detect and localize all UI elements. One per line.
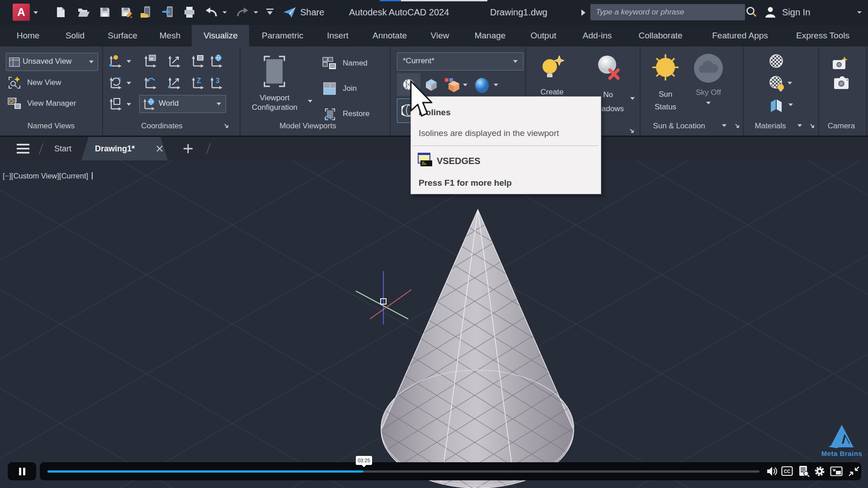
materials-editor-icon[interactable] (769, 75, 785, 92)
ucs-icon[interactable] (108, 97, 123, 112)
ucs-named-caret-icon[interactable] (127, 60, 131, 65)
picture-in-picture-icon[interactable] (830, 466, 843, 476)
pause-button[interactable] (8, 462, 36, 480)
ucs-world-dropdown[interactable]: World (139, 95, 226, 113)
tab-view[interactable]: View (431, 25, 449, 47)
shaded-style-caret-icon[interactable] (463, 84, 467, 89)
ucs-rotate-x-icon[interactable]: x (108, 76, 123, 90)
new-tab-icon[interactable] (183, 143, 193, 154)
materials-panel-label[interactable]: Materials (755, 120, 786, 132)
lights-expand-icon[interactable] (629, 128, 635, 134)
save-as-icon[interactable] (120, 6, 134, 19)
tab-mesh[interactable]: Mesh (160, 25, 180, 47)
ucs-world-origin-icon[interactable] (167, 54, 181, 69)
create-camera-icon[interactable] (831, 55, 851, 71)
search-input[interactable]: Type a keyword or phrase (590, 4, 745, 20)
save-icon[interactable] (99, 6, 111, 19)
ucs-viewport-icon[interactable] (143, 54, 157, 69)
tab-addins[interactable]: Add-ins (583, 25, 612, 47)
ucs-list-icon[interactable] (190, 54, 205, 69)
sign-in-button[interactable]: Sign In (782, 0, 810, 25)
plot-icon[interactable] (183, 6, 196, 19)
tab-collaborate[interactable]: Collaborate (638, 25, 682, 47)
autocad-logo[interactable]: A (13, 4, 30, 21)
ucs-world-icon[interactable] (209, 54, 223, 69)
named-views-panel-label[interactable]: Named Views (28, 120, 75, 132)
camera-icon[interactable] (833, 75, 851, 91)
tab-output[interactable]: Output (530, 25, 556, 47)
visual-style-dropdown[interactable]: *Current* (397, 52, 524, 70)
model-viewports-panel-label[interactable]: Model Viewports (279, 120, 336, 132)
view-manager-button[interactable]: View Manager (6, 95, 96, 112)
3d-cone-object[interactable] (0, 160, 868, 488)
ucs-rotate-caret-icon[interactable] (127, 82, 131, 87)
logo-caret-icon[interactable] (33, 11, 38, 16)
realistic-style-caret-icon[interactable] (494, 84, 498, 89)
active-document-tab-label[interactable]: Drawing1* (95, 137, 135, 160)
tab-parametric[interactable]: Parametric (262, 25, 303, 47)
open-from-web-mobile-icon[interactable] (140, 5, 152, 19)
join-viewports-button[interactable]: Join (322, 82, 385, 98)
customize-quick-access-icon[interactable] (265, 8, 275, 16)
tab-visualize[interactable]: Visualize (203, 25, 238, 47)
progress-bar-played[interactable] (47, 470, 363, 473)
tab-express-tools[interactable]: Express Tools (796, 25, 849, 47)
closed-captions-icon[interactable]: CC (781, 466, 793, 477)
coordinates-expand-icon[interactable] (223, 123, 230, 129)
tab-surface[interactable]: Surface (108, 25, 137, 47)
search-icon[interactable] (745, 6, 758, 19)
world-dropdown-value: World (159, 99, 179, 108)
ucs-3point-icon[interactable]: 3 (209, 76, 223, 90)
view-dropdown[interactable]: Unsaved View (6, 53, 98, 71)
viewport-configuration-button[interactable]: Viewport Configuration (246, 51, 303, 128)
no-shadows-caret-icon[interactable] (630, 97, 635, 102)
new-view-button[interactable]: New View (6, 75, 96, 91)
share-icon[interactable] (283, 6, 297, 19)
sun-location-panel-label[interactable]: Sun & Location (653, 120, 705, 132)
tab-featured-apps[interactable]: Featured Apps (712, 25, 768, 47)
redo-icon[interactable] (236, 6, 250, 18)
named-viewports-button[interactable]: Named (322, 56, 385, 73)
tab-annotate[interactable]: Annotate (373, 25, 407, 47)
settings-gear-icon[interactable] (814, 465, 826, 477)
tab-insert[interactable]: Insert (327, 25, 349, 47)
ucs-named-icon[interactable] (108, 54, 123, 69)
drawing-viewport[interactable]: [−][Custom View][Current] (0, 160, 868, 488)
close-tab-icon[interactable] (156, 145, 163, 152)
share-label[interactable]: Share (300, 0, 324, 25)
tab-home[interactable]: Home (17, 25, 40, 47)
ucs-object-icon[interactable] (167, 76, 181, 90)
shaded-style-icon[interactable] (444, 77, 460, 93)
exit-fullscreen-icon[interactable] (848, 466, 860, 477)
start-tab[interactable]: Start (54, 137, 71, 160)
materials-editor-caret-icon[interactable] (788, 82, 792, 87)
transcript-search-icon[interactable] (798, 465, 810, 477)
materials-browser-icon[interactable] (769, 54, 783, 68)
material-mapping-icon[interactable] (769, 99, 783, 113)
undo-icon[interactable] (204, 6, 218, 18)
ucs-previous-icon[interactable] (143, 76, 157, 90)
tab-manage[interactable]: Manage (475, 25, 506, 47)
ucs-caret-icon[interactable] (127, 103, 131, 108)
menu-icon[interactable] (16, 143, 30, 155)
realistic-style-icon[interactable] (474, 77, 490, 94)
redo-caret-icon[interactable] (254, 11, 258, 16)
ucs-z-axis-icon[interactable]: Z (190, 76, 205, 90)
user-icon[interactable] (764, 5, 777, 19)
tab-solid[interactable]: Solid (66, 25, 85, 47)
volume-icon[interactable] (766, 466, 778, 477)
new-file-icon[interactable] (54, 6, 67, 19)
save-to-web-mobile-icon[interactable] (161, 5, 174, 19)
sign-in-caret-icon[interactable] (857, 11, 862, 16)
coordinates-panel-label[interactable]: Coordinates (141, 120, 183, 132)
open-file-icon[interactable] (77, 6, 90, 19)
sun-location-caret-icon[interactable] (722, 124, 726, 129)
materials-expand-icon[interactable] (809, 123, 816, 129)
progress-bar-track[interactable] (363, 470, 760, 473)
search-expand-icon[interactable] (580, 9, 586, 16)
sun-location-expand-icon[interactable] (734, 123, 741, 129)
materials-caret-icon[interactable] (797, 124, 802, 129)
undo-caret-icon[interactable] (222, 11, 227, 16)
camera-panel-label[interactable]: Camera (828, 120, 855, 132)
material-mapping-caret-icon[interactable] (788, 103, 793, 108)
